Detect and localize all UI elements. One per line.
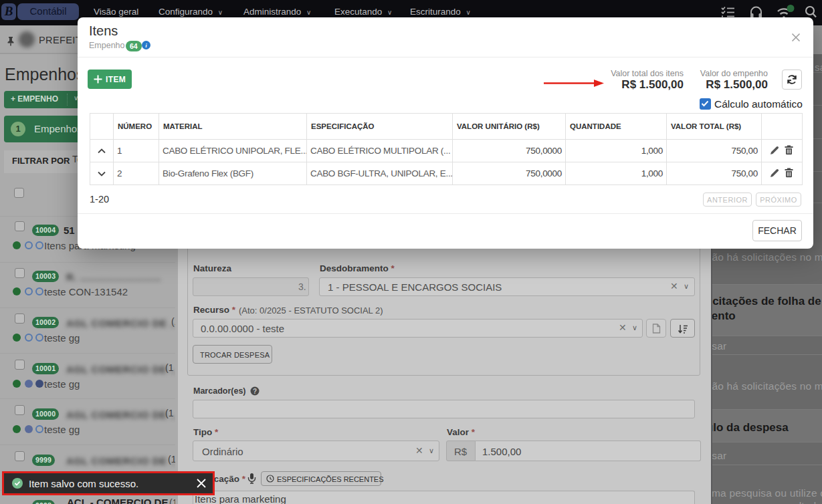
svg-text:?: ? xyxy=(253,388,257,395)
